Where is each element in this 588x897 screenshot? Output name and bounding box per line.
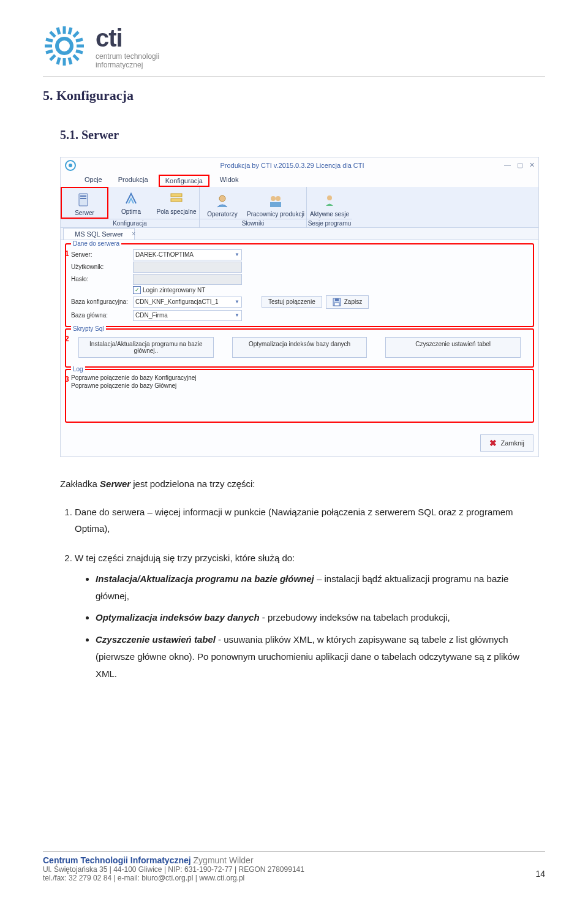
minimize-button[interactable]: — <box>504 161 511 169</box>
tab-mssql[interactable]: MS SQL Serwer × <box>63 228 135 240</box>
sessions-icon <box>321 192 338 210</box>
input-serwer[interactable]: DAREK-CTI\OPTIMA▼ <box>133 249 242 260</box>
footer-company-name: Centrum Technologii Informatycznej <box>43 855 191 865</box>
header-logo-row: cti centrum technologii informatycznej <box>43 25 545 70</box>
titlebar: Produkcja by CTI v.2015.0.3.29 Licencja … <box>61 157 538 173</box>
svg-line-12 <box>69 58 71 64</box>
tab-mssql-label: MS SQL Serwer <box>75 230 123 238</box>
input-uzytkownik <box>133 262 242 273</box>
workers-icon <box>267 192 284 210</box>
checkbox-label: Login zintegrowany NT <box>143 287 205 293</box>
svg-point-18 <box>69 164 72 167</box>
footer-contact: tel./fax: 32 279 02 84 | e-mail: biuro@c… <box>43 874 545 882</box>
checkbox-icon: ✓ <box>133 286 141 294</box>
panel-skrypty-sql: 2 Skrypty Sql Instalacja/Aktualizacja pr… <box>66 329 533 367</box>
input-baza-glowna[interactable]: CDN_Firma▼ <box>133 310 242 321</box>
page-footer: Centrum Technologii Informatycznej Zygmu… <box>43 851 545 882</box>
close-x-icon: ✖ <box>489 438 497 448</box>
ribbon-optima-label: Optima <box>121 208 141 215</box>
log-line-1: Poprawne połączenie do bazy Konfiguracyj… <box>71 374 528 382</box>
optima-icon <box>123 190 140 207</box>
close-tab-button[interactable]: ✖ Zamknij <box>480 434 533 452</box>
bullet-clear: Czyszczenie ustawień tabel - usuwania pl… <box>96 631 528 682</box>
ribbon-operatorzy[interactable]: Operatorzy <box>200 189 245 219</box>
dropdown-arrow-icon: ▼ <box>235 252 239 257</box>
checkbox-login-nt[interactable]: ✓ Login zintegrowany NT <box>133 286 205 294</box>
header-divider <box>43 76 545 77</box>
svg-line-7 <box>74 32 78 37</box>
install-update-button[interactable]: Instalacja/Aktualizacja programu na bazi… <box>78 337 214 358</box>
svg-line-16 <box>76 51 83 53</box>
menu-opcje[interactable]: Opcje <box>79 175 108 187</box>
app-icon <box>64 159 77 172</box>
server-icon <box>76 191 93 208</box>
svg-point-24 <box>219 195 225 202</box>
main-list: Dane do serwera – więcej informacji w pu… <box>60 504 528 683</box>
svg-rect-22 <box>171 194 182 197</box>
app-screenshot: Produkcja by CTI v.2015.0.3.29 Licencja … <box>60 157 539 457</box>
input-baza-konfig[interactable]: CDN_KNF_KonfiguracjaCTI_1▼ <box>133 297 242 308</box>
optimize-indexes-button[interactable]: Optymalizacja indeksów bazy danych <box>232 337 368 358</box>
menubar: Opcje Produkcja Konfiguracja Widok <box>61 173 538 187</box>
ribbon-pracownicy[interactable]: Pracownicy produkcji <box>245 189 306 219</box>
svg-line-9 <box>58 28 59 34</box>
svg-line-13 <box>46 39 53 41</box>
log-line-2: Poprawne połączenie do bazy Głównej <box>71 382 528 390</box>
marker-2: 2 <box>65 335 69 343</box>
menu-widok[interactable]: Widok <box>214 175 244 187</box>
svg-rect-27 <box>270 202 281 207</box>
intro-paragraph: Zakładka Serwer jest podzielona na trzy … <box>60 475 528 493</box>
svg-rect-30 <box>335 298 339 301</box>
svg-line-6 <box>74 55 78 60</box>
list-item-2: W tej części znajdują się trzy przyciski… <box>75 550 528 682</box>
ribbon-serwer-label: Serwer <box>75 210 94 216</box>
floppy-icon <box>333 298 341 306</box>
close-window-button[interactable]: ✕ <box>529 161 535 169</box>
svg-line-14 <box>46 51 53 53</box>
svg-line-10 <box>69 28 71 34</box>
test-connection-button[interactable]: Testuj połączenie <box>262 296 322 308</box>
svg-rect-21 <box>80 198 86 199</box>
window-title: Produkcja by CTI v.2015.0.3.29 Licencja … <box>80 162 504 169</box>
svg-line-8 <box>50 55 55 60</box>
ribbon-sesje[interactable]: Aktywne sesje <box>307 189 352 219</box>
fields-icon <box>168 190 185 207</box>
svg-point-26 <box>276 196 281 201</box>
footer-owner-name: Zygmunt Wilder <box>191 855 254 865</box>
menu-produkcja[interactable]: Produkcja <box>113 175 154 187</box>
label-baza-konfig: Baza konfiguracyjna: <box>71 298 129 305</box>
panel-log: 3 Log Poprawne połączenie do bazy Konfig… <box>66 369 533 422</box>
svg-point-25 <box>271 196 276 201</box>
label-baza-glowna: Baza główna: <box>71 312 129 319</box>
svg-rect-20 <box>80 195 86 197</box>
ribbon-pola[interactable]: Pola specjalne <box>154 187 199 219</box>
clear-table-settings-button[interactable]: Czyszczenie ustawień tabel <box>385 337 521 358</box>
svg-point-0 <box>57 39 72 53</box>
input-haslo <box>133 274 242 285</box>
list-item-1: Dane do serwera – więcej informacji w pu… <box>75 504 528 538</box>
maximize-button[interactable]: ▢ <box>517 161 523 169</box>
heading-konfiguracja: 5. Konfiguracja <box>43 88 545 104</box>
label-uzytkownik: Użytkownik: <box>71 263 129 270</box>
brand-subtitle-1: centrum technologii <box>96 52 159 61</box>
svg-rect-31 <box>334 303 339 306</box>
svg-line-5 <box>50 32 55 37</box>
brand-subtitle-2: informatycznej <box>96 61 159 69</box>
save-button[interactable]: Zapisz <box>326 295 369 309</box>
legend-skrypty: Skrypty Sql <box>71 325 106 332</box>
ribbon-pola-label: Pola specjalne <box>156 208 196 215</box>
menu-konfiguracja[interactable]: Konfiguracja <box>159 175 209 187</box>
brand-text: cti <box>96 25 159 52</box>
panel-dane-serwera: 1 Dane do serwera Serwer: DAREK-CTI\OPTI… <box>66 244 533 327</box>
marker-3: 3 <box>65 375 69 384</box>
svg-line-11 <box>58 58 59 64</box>
tab-row: MS SQL Serwer × <box>61 228 538 240</box>
tab-close-icon[interactable]: × <box>132 230 135 237</box>
bullet-install: Instalacja/Aktualizacja programu na bazi… <box>96 570 528 605</box>
bullet-optimize: Optymalizacja indeksów bazy danych - prz… <box>96 609 528 626</box>
label-haslo: Hasło: <box>71 276 129 282</box>
footer-address: Ul. Świętojańska 35 | 44-100 Gliwice | N… <box>43 865 545 874</box>
ribbon-serwer[interactable]: Serwer <box>61 187 108 219</box>
ribbon-optima[interactable]: Optima <box>108 187 154 219</box>
dropdown-arrow-icon: ▼ <box>235 299 239 305</box>
